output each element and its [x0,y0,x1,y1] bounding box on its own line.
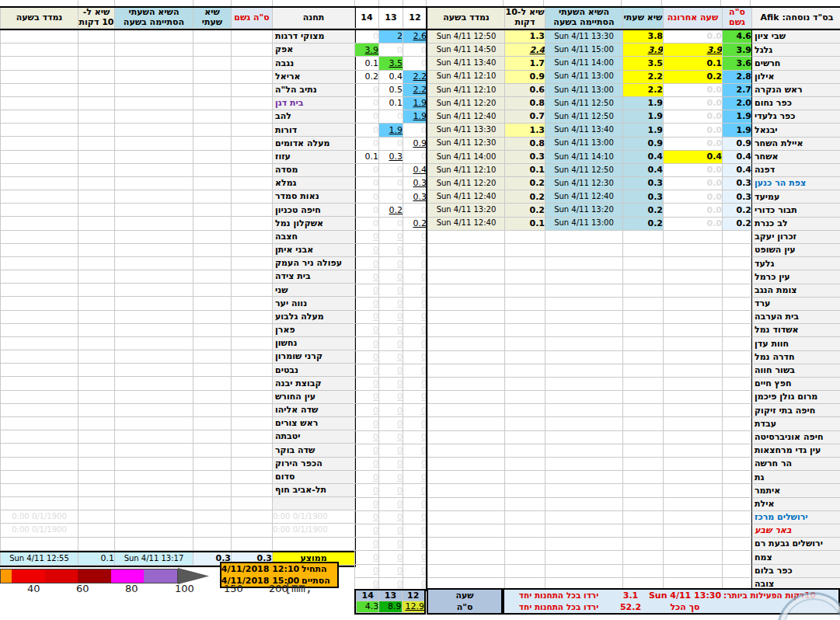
hour-value-cell[interactable]: 0 [354,444,378,458]
hour-value-cell[interactable]: 0.4 [378,71,403,84]
station-name[interactable]: חיפה בתי זיקוק [751,404,840,417]
total-rain-cell[interactable] [722,257,751,270]
last-hour-cell[interactable] [663,471,722,484]
hourly-peak-cell[interactable] [622,284,663,298]
total-rain-cell[interactable] [231,110,272,124]
hourly-peak-end-cell[interactable]: Sun 4/11 12:40 [545,190,622,204]
hourly-peak-end-cell[interactable]: Sun 4/11 13:40 [545,124,622,137]
total-rain-cell[interactable] [231,324,272,337]
ten-min-peak-cell[interactable] [78,497,114,510]
station-name[interactable]: גת [751,471,840,484]
measured-at-cell[interactable] [427,298,504,311]
hourly-peak-end-cell[interactable] [114,510,193,524]
station-name[interactable]: תבור כדורי [751,204,840,217]
station-name[interactable]: סדום [272,471,354,484]
hour-value-cell[interactable]: 0 [354,417,378,430]
last-hour-cell[interactable] [663,404,722,417]
measured-at-cell[interactable] [0,71,78,84]
hour-value-cell[interactable]: 0 [354,511,378,524]
hour-value-cell[interactable]: 0.1 [378,97,403,110]
ten-min-peak-cell[interactable] [78,110,114,124]
total-rain-cell[interactable] [231,164,272,177]
last-hour-cell[interactable] [663,431,722,444]
hour-value-cell[interactable]: 0 [354,431,378,444]
total-rain-cell[interactable]: 0.3 [722,177,751,190]
hourly-peak-cell[interactable]: 0.2 [622,218,663,231]
last-hour-cell[interactable] [663,565,722,578]
avg-hourly-end[interactable]: Sun 4/11 13:17 [114,552,193,566]
measured-at-cell[interactable] [0,497,78,510]
hourly-peak-end-cell[interactable] [114,270,193,284]
measured-at-cell[interactable]: Sun 4/11 12:20 [427,177,504,190]
hourly-peak-cell[interactable] [193,297,231,310]
summary-grand-total-value[interactable]: 52.2 [613,601,648,613]
station-name[interactable]: עפולה ניר העמק [272,257,354,270]
station-name[interactable]: חדרה נמל [751,351,840,364]
header-hourly-peak-end[interactable]: השיא השעתי הסתיימה בשעה [545,8,622,29]
hour-value-cell[interactable]: 0 [378,417,403,430]
hourly-peak-cell[interactable] [193,204,231,217]
ten-min-peak-cell[interactable] [78,524,114,537]
measured-at-cell[interactable] [427,431,504,444]
total-rain-cell[interactable]: 0.9 [722,138,751,151]
hour-value-cell[interactable]: 0 [354,124,378,137]
hourly-peak-end-cell[interactable] [114,284,193,297]
hourly-peak-end-cell[interactable] [114,30,193,44]
last-hour-cell[interactable] [663,378,722,391]
last-hour-cell[interactable]: 0.0 [663,190,722,204]
hour-value-cell[interactable]: 0.3 [403,177,427,190]
hour-value-cell[interactable]: 0 [403,57,427,70]
hourly-peak-end-cell[interactable]: Sun 4/11 12:50 [545,97,622,110]
hour-value-cell[interactable]: 0 [403,391,427,404]
hour-value-cell[interactable]: 2.6 [403,30,427,44]
hour-value-cell[interactable]: 0 [403,337,427,350]
hourly-peak-cell[interactable] [622,324,663,337]
hourly-peak-cell[interactable] [193,57,231,70]
ten-min-peak-cell[interactable] [78,71,114,84]
hourly-peak-end-cell[interactable] [114,124,193,137]
ten-min-peak-cell[interactable] [78,538,114,551]
hourly-peak-end-cell[interactable] [114,257,193,270]
hour-value-cell[interactable]: 0 [378,431,403,444]
measured-at-cell[interactable] [427,378,504,391]
hour-value-cell[interactable]: 0.1 [354,57,378,70]
hourly-peak-end-cell[interactable]: Sun 4/11 13:00 [545,71,622,84]
hourly-peak-cell[interactable] [193,151,231,164]
measured-at-cell[interactable] [0,57,78,70]
station-name[interactable]: שבי ציון [751,30,840,44]
total-rain-cell[interactable] [231,284,272,297]
ten-min-peak-cell[interactable] [78,231,114,244]
hourly-peak-cell[interactable] [622,231,663,244]
measured-at-cell[interactable] [0,417,78,430]
total-rain-cell[interactable] [722,417,751,430]
station-name[interactable]: אבני איתן [272,244,354,257]
hour-value-cell[interactable]: 0 [354,484,378,497]
last-hour-cell[interactable] [663,417,722,430]
hourly-peak-cell[interactable]: 0.3 [622,190,663,204]
hour-value-cell[interactable]: 0 [354,97,378,110]
measured-at-cell[interactable] [0,311,78,324]
measured-at-cell[interactable]: Sun 4/11 12:30 [427,138,504,151]
hourly-peak-end-cell[interactable] [114,458,193,471]
ten-min-peak-cell[interactable] [78,417,114,430]
hour-value-cell[interactable]: 0 [378,378,403,391]
hourly-peak-end-cell[interactable] [114,391,193,404]
last-hour-cell[interactable] [663,444,722,458]
hour-value-cell[interactable]: 0 [378,351,403,364]
ten-min-peak-cell[interactable] [78,391,114,404]
hour-value-cell[interactable]: 0 [403,298,427,311]
hour-value-cell[interactable]: 0 [378,511,403,524]
station-name[interactable]: בשור חווה [751,364,840,378]
hour-value-cell[interactable]: 0 [354,110,378,124]
hourly-peak-cell[interactable]: 1.9 [622,110,663,124]
ten-min-peak-cell[interactable]: 0.7 [504,110,545,124]
hour-value-cell[interactable]: 0 [378,364,403,378]
ten-min-peak-cell[interactable]: 1.3 [504,30,545,44]
last-hour-cell[interactable]: 0.2 [663,71,722,84]
station-name[interactable]: נתיב הל"ה [272,84,354,97]
station-name[interactable]: עין גדי מרחצאות [751,444,840,458]
ten-min-peak-cell[interactable] [78,137,114,150]
hourly-peak-cell[interactable] [193,417,231,430]
total-rain-cell[interactable]: 1.9 [722,110,751,124]
hourly-peak-end-cell[interactable] [114,377,193,390]
